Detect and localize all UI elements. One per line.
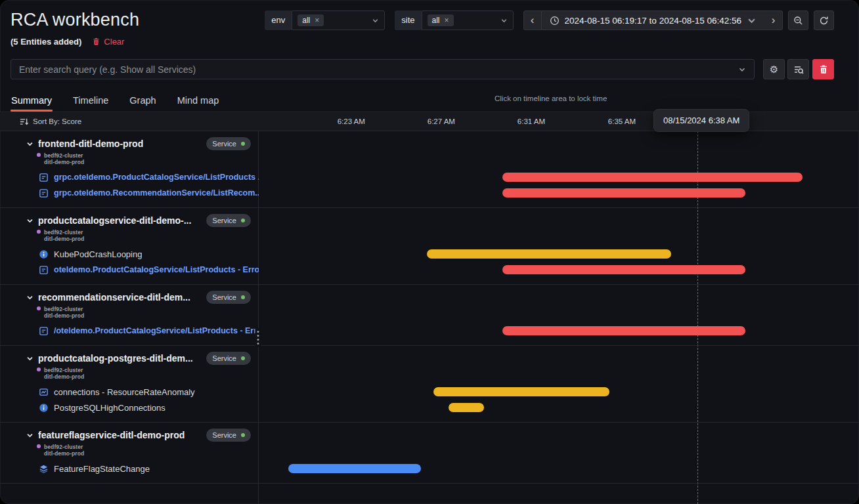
time-range-text: 2024-08-15 06:19:17 to 2024-08-15 06:42:…	[565, 16, 741, 26]
timeline-track[interactable]	[259, 185, 859, 201]
chevron-down-icon[interactable]	[26, 355, 33, 362]
item-text: PostgreSQLHighConnections	[54, 403, 165, 413]
zoom-out-icon	[793, 16, 803, 26]
timeline-track[interactable]	[259, 169, 859, 185]
tab-graph[interactable]: Graph	[129, 89, 156, 112]
search-input[interactable]	[19, 64, 738, 75]
timeline-track[interactable]	[259, 323, 859, 339]
timeline-bar[interactable]	[502, 173, 803, 182]
group-header[interactable]: productcatalogservice-ditl-demo-...Servi…	[0, 213, 259, 228]
item-label[interactable]: grpc.oteldemo.ProductCatalogService/List…	[0, 172, 259, 182]
refresh-icon	[819, 16, 829, 26]
timeline-track[interactable]	[259, 262, 859, 278]
time-range-picker[interactable]: 2024-08-15 06:19:17 to 2024-08-15 06:42:…	[542, 10, 764, 30]
badge-label: Service	[212, 217, 236, 224]
clear-button[interactable]: Clear	[92, 37, 124, 47]
status-dot	[241, 295, 245, 299]
timeline-bar[interactable]	[427, 249, 671, 259]
timeline-item-row: connections - ResourceRateAnomaly	[0, 384, 859, 400]
chevron-down-icon	[747, 16, 757, 26]
topbar: RCA workbench (5 Entities added) Clear e…	[0, 0, 859, 48]
rca-workbench-app: RCA workbench (5 Entities added) Clear e…	[0, 0, 859, 504]
topbar-controls: env all × site all ×	[265, 9, 834, 48]
badge-label: Service	[212, 293, 236, 301]
delete-query-button[interactable]	[812, 59, 834, 79]
time-range-controls: ‹ 2024-08-15 06:19:17 to 2024-08-15 06:4…	[523, 10, 834, 30]
item-label[interactable]: PostgreSQLHighConnections	[0, 402, 259, 413]
chevron-down-icon[interactable]	[738, 66, 746, 74]
cluster-info: bedf92-clusterditl-demo-prod	[0, 444, 859, 457]
timeline-bar[interactable]	[433, 387, 609, 396]
zoom-out-button[interactable]	[788, 10, 808, 30]
env-filter-label: env	[265, 10, 292, 30]
query-inspector-button[interactable]	[787, 59, 809, 79]
timeline-bar[interactable]	[288, 464, 421, 473]
service-badge: Service	[206, 429, 251, 442]
settings-button[interactable]: ⚙	[763, 59, 785, 79]
chevron-down-icon[interactable]	[26, 140, 33, 148]
cluster-dot	[37, 444, 41, 448]
trash-icon	[92, 37, 100, 46]
sort-by-control[interactable]: Sort By: Score	[0, 112, 259, 131]
remove-env-value-icon[interactable]: ×	[315, 16, 319, 24]
timeline-bar[interactable]	[502, 188, 745, 198]
group-header[interactable]: featureflagservice-ditl-demo-prodService	[0, 428, 259, 442]
timeline-track[interactable]	[259, 461, 859, 476]
time-shift-forward-button[interactable]: ›	[764, 10, 783, 30]
item-label[interactable]: oteldemo.ProductCatalogService/ListProdu…	[0, 264, 259, 275]
span-icon	[38, 326, 49, 336]
time-tick-label: 6:31 AM	[518, 117, 545, 125]
entity-group: productcatalog-postgres-ditl-dem...Servi…	[0, 346, 859, 423]
panel-resize-handle[interactable]	[255, 328, 261, 347]
item-label[interactable]: connections - ResourceRateAnomaly	[0, 387, 259, 397]
site-value: all	[432, 16, 440, 25]
refresh-button[interactable]	[814, 10, 834, 30]
cluster-dot	[37, 230, 41, 234]
env-filter-select[interactable]: all ×	[292, 10, 385, 30]
group-title: frontend-ditl-demo-prod	[38, 138, 143, 149]
timeline-item-row: grpc.oteldemo.RecommendationService/List…	[0, 185, 859, 201]
cluster-name: bedf92-cluster	[44, 229, 84, 236]
service-badge: Service	[206, 137, 251, 150]
group-header[interactable]: frontend-ditl-demo-prodService	[0, 136, 259, 151]
group-header[interactable]: recommendationservice-ditl-dem...Service	[0, 290, 259, 304]
remove-site-value-icon[interactable]: ×	[445, 16, 449, 24]
group-title: productcatalog-postgres-ditl-dem...	[38, 353, 193, 364]
cluster-name: bedf92-cluster	[44, 306, 84, 312]
item-label[interactable]: /oteldemo.ProductCatalogService/ListProd…	[0, 326, 259, 336]
timeline-track[interactable]	[259, 246, 859, 262]
site-filter-select[interactable]: all ×	[422, 10, 514, 30]
group-header[interactable]: productcatalog-postgres-ditl-dem...Servi…	[0, 351, 259, 366]
sort-icon	[20, 117, 28, 126]
time-shift-back-button[interactable]: ‹	[523, 10, 542, 30]
item-text: grpc.oteldemo.ProductCatalogService/List…	[54, 173, 259, 182]
namespace-name: ditl-demo-prod	[44, 450, 84, 457]
tab-timeline[interactable]: Timeline	[72, 89, 109, 112]
timeline-track[interactable]	[259, 400, 859, 415]
tab-summary[interactable]: Summary	[11, 89, 53, 112]
item-text: grpc.oteldemo.RecommendationService/List…	[54, 188, 259, 198]
gear-icon: ⚙	[770, 64, 778, 75]
timeline-track[interactable]	[259, 384, 859, 400]
info-icon	[38, 402, 49, 413]
group-items: KubePodCrashLoopingoteldemo.ProductCatal…	[0, 246, 859, 278]
timeline-bar[interactable]	[502, 265, 745, 274]
chevron-down-icon[interactable]	[26, 432, 33, 439]
item-label[interactable]: KubePodCrashLooping	[0, 249, 259, 259]
item-label[interactable]: grpc.oteldemo.RecommendationService/List…	[0, 188, 259, 198]
item-label[interactable]: FeatureFlagStateChange	[0, 463, 259, 474]
status-dot	[241, 142, 245, 146]
cluster-info: bedf92-clusterditl-demo-prod	[0, 229, 859, 242]
entity-group: frontend-ditl-demo-prodServicebedf92-clu…	[0, 131, 859, 208]
timeline-item-row: oteldemo.ProductCatalogService/ListProdu…	[0, 262, 859, 278]
tab-mind-map[interactable]: Mind map	[177, 89, 220, 112]
chevron-down-icon[interactable]	[26, 294, 33, 301]
timeline-bar[interactable]	[449, 403, 484, 412]
timeline-bar[interactable]	[502, 326, 745, 335]
chevron-down-icon[interactable]	[26, 217, 33, 224]
timeline-item-row: FeatureFlagStateChange	[0, 461, 859, 476]
time-tick-label: 6:27 AM	[428, 117, 455, 125]
cluster-info: bedf92-clusterditl-demo-prod	[0, 306, 859, 319]
time-axis[interactable]: 6:23 AM6:27 AM6:31 AM6:35 AM	[259, 112, 859, 131]
item-text: /oteldemo.ProductCatalogService/ListProd…	[54, 326, 259, 335]
